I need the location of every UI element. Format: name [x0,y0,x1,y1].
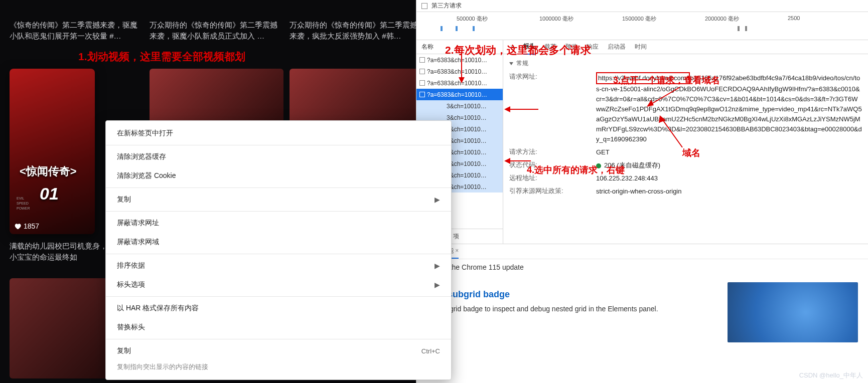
ctx-save-har[interactable]: 以 HAR 格式保存所有内容 [106,299,451,318]
arrow-icon [645,84,685,109]
request-row[interactable]: 3&ch=10010… [416,100,503,112]
timeline-bar [738,26,740,31]
svg-marker-3 [504,106,510,112]
separator [106,296,451,297]
close-icon[interactable]: × [455,247,459,254]
timeline-bar [441,26,443,31]
svg-marker-7 [647,100,654,107]
network-filter-bar: 第三方请求 [416,0,868,12]
like-count[interactable]: 1857 [14,222,39,230]
separator [106,211,451,212]
separator [106,339,451,339]
row-checkbox[interactable] [419,80,425,86]
svg-marker-1 [459,77,465,83]
drawer-tabs: 台 新功能 × [416,244,868,259]
third-party-label: 第三方请求 [431,2,462,10]
network-timeline[interactable]: 500000 毫秒 1000000 毫秒 1500000 毫秒 2000000 … [416,12,868,40]
poster-side-stats: EVILSPEEDPOWER [17,196,30,211]
arrow-icon [503,102,538,117]
ctx-copy-submenu[interactable]: 复制▶ [106,190,451,209]
separator [106,145,451,145]
video-card[interactable]: 《惊奇的传闻》第二季震撼来袭，驱魔小队和恶鬼们展开第一次较量 #… [10,20,143,42]
drawer: 台 新功能 × ts from the Chrome 115 update CS… [416,244,868,349]
ctx-clear-cache[interactable]: 清除浏览器缓存 [106,147,451,166]
card-title: 《惊奇的传闻》第二季震撼来袭，驱魔小队和恶鬼们展开第一次较量 #… [10,20,143,42]
video-card[interactable]: 万众期待的《惊奇的传闻》第二季震撼来袭，驱魔小队新成员正式加入 … [150,20,283,42]
whatsnew-text: the subgrid badge to inspect and debug n… [426,305,717,313]
poster-title: <惊闻传奇> [20,164,77,179]
ctx-copy[interactable]: 复制Ctrl+C [106,341,451,360]
context-menu: 在新标签页中打开 清除浏览器缓存 清除浏览器 Cookie 复制▶ 屏蔽请求网址… [105,120,452,380]
chevron-right-icon: ▶ [435,262,440,270]
card-title: 万众期待的《惊奇的传闻》第二季震撼来袭，驱魔小队新成员正式加入 … [150,20,283,42]
ctx-copy-highlight-link[interactable]: 复制指向突出显示的内容的链接 [106,360,451,376]
kv-referrer-policy: 引荐来源网址政策:strict-origin-when-cross-origin [509,185,862,198]
triangle-down-icon [509,62,513,65]
svg-marker-9 [659,115,666,123]
video-card[interactable]: 万众期待的《惊奇的传闻》第二季震撼来袭，疯批大反派强势加入 #韩… [290,20,423,42]
ctx-replace-headers[interactable]: 替换标头 [106,318,451,337]
whatsnew-image [728,282,858,342]
arrow-icon [503,153,531,168]
video-poster[interactable]: <惊闻传奇> 01 EVILSPEEDPOWER 1857 [10,69,95,234]
timeline-tick: 1000000 毫秒 [539,15,573,23]
timeline-bar [473,26,475,31]
card-title: 满载的幼儿园校巴司机竟身，小宝宝的命运最终如 [10,241,110,263]
row-checkbox[interactable] [419,69,425,74]
svg-line-8 [662,119,682,147]
network-split: 名称 ?a=6383&ch=10010… ?a=6383&ch=10010… ?… [416,40,868,244]
separator [106,187,451,188]
section-general[interactable]: 常规 [509,59,862,68]
third-party-checkbox[interactable] [421,3,427,9]
card-row: 《惊奇的传闻》第二季震撼来袭，驱魔小队和恶鬼们展开第一次较量 #… 万众期待的《… [10,20,430,42]
arrow-icon [657,115,687,150]
chevron-right-icon: ▶ [435,281,440,289]
ctx-header-options-submenu[interactable]: 标头选项▶ [106,275,451,294]
timeline-bar [456,26,458,31]
row-checkbox[interactable] [419,92,425,97]
whatsnew-heading[interactable]: CSS subgrid badge [426,289,717,300]
whatsnew-content: CSS subgrid badge the subgrid badge to i… [416,275,868,349]
svg-marker-5 [504,158,510,164]
ctx-block-url[interactable]: 屏蔽请求网址 [106,214,451,233]
devtools-panel: 第三方请求 500000 毫秒 1000000 毫秒 1500000 毫秒 20… [416,0,868,383]
timeline-tick: 2000000 毫秒 [705,15,739,23]
separator [106,254,451,254]
tab-initiator[interactable]: 启动器 [608,40,626,54]
watermark: CSDN @hello_中年人 [799,371,863,380]
card-title: 万众期待的《惊奇的传闻》第二季震撼来袭，疯批大反派强势加入 #韩… [290,20,423,42]
update-note: ts from the Chrome 115 update [416,259,868,275]
tab-timing[interactable]: 时间 [635,40,647,54]
ctx-block-domain[interactable]: 屏蔽请求网域 [106,233,451,252]
timeline-tick: 1500000 毫秒 [622,15,656,23]
annotation-1: 1.划动视频，这里需要全部视频都划 [78,50,245,64]
annotation-4: 4.选中所有的请求，右键 [527,164,625,176]
poster-number: 01 [40,184,59,204]
ctx-sort-submenu[interactable]: 排序依据▶ [106,256,451,275]
arrow-icon [454,54,469,84]
ctx-clear-cookie[interactable]: 清除浏览器 Cookie [106,166,451,185]
timeline-tick: 2500 [788,15,800,21]
chevron-right-icon: ▶ [435,196,440,204]
timeline-bar [745,26,747,31]
heart-icon [14,222,22,230]
shortcut-label: Ctrl+C [421,347,440,355]
ctx-open-new-tab[interactable]: 在新标签页中打开 [106,124,451,143]
request-row-selected[interactable]: ?a=6383&ch=10010… [416,89,503,100]
row-checkbox[interactable] [419,57,425,63]
timeline-tick: 500000 毫秒 [457,15,488,23]
svg-line-6 [651,87,680,104]
